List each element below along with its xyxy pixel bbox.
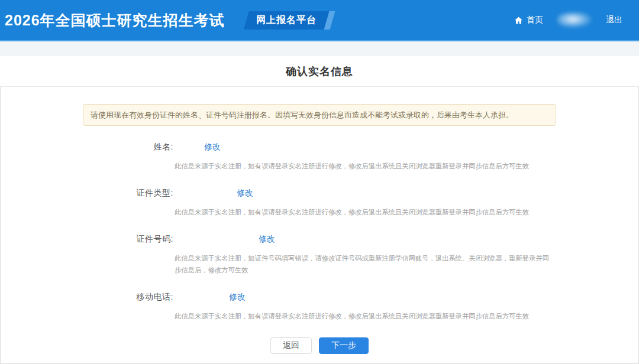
name-label: 姓名:	[83, 142, 175, 152]
name-help-text: 此信息来源于实名注册，如有误请登录实名注册进行修改，修改后退出系统且关闭浏览器重…	[175, 160, 550, 172]
name-modify-link[interactable]: 修改	[204, 142, 221, 152]
app-header: 2026年全国硕士研究生招生考试 网上报名平台 首页 退出	[0, 0, 639, 41]
nav-home-label: 首页	[527, 15, 543, 25]
id-type-modify-link[interactable]: 修改	[237, 188, 253, 199]
nav-logout-link[interactable]: 退出	[606, 15, 622, 25]
mobile-phone-help-text: 此信息来源于实名注册，如有误请登录实名注册进行修改，修改后退出系统且关闭浏览器重…	[175, 310, 550, 322]
mobile-phone-value-hidden	[175, 292, 229, 302]
platform-badge-label: 网上报名平台	[256, 14, 317, 27]
form-row-name: 姓名: 修改 此信息来源于实名注册，如有误请登录实名注册进行修改，修改后退出系统…	[83, 141, 556, 172]
form-actions: 返回 下一步	[83, 337, 556, 354]
id-type-help-text: 此信息来源于实名注册，如有误请登录实名注册进行修改，修改后退出系统且关闭浏览器重…	[175, 206, 550, 218]
back-button[interactable]: 返回	[270, 337, 312, 354]
id-type-value-hidden	[175, 188, 237, 198]
header-nav: 首页 退出	[514, 12, 622, 28]
id-number-value-hidden	[175, 235, 259, 244]
page-title: 确认实名信息	[286, 64, 353, 79]
username-blurred[interactable]	[557, 12, 592, 28]
platform-badge: 网上报名平台	[243, 11, 335, 30]
realname-form: 姓名: 修改 此信息来源于实名注册，如有误请登录实名注册进行修改，修改后退出系统…	[83, 141, 556, 322]
name-value-hidden	[175, 142, 204, 152]
id-number-modify-link[interactable]: 修改	[259, 234, 275, 245]
next-button[interactable]: 下一步	[319, 337, 369, 354]
notice-text: 请使用现在有效身份证件的姓名、证件号码注册报名。因填写无效身份信息而造成不能考试…	[91, 110, 514, 119]
form-row-id-type: 证件类型: 修改 此信息来源于实名注册，如有误请登录实名注册进行修改，修改后退出…	[83, 187, 556, 218]
main-content: 请使用现在有效身份证件的姓名、证件号码注册报名。因填写无效身份信息而造成不能考试…	[83, 104, 556, 354]
form-row-mobile-phone: 移动电话: 修改 此信息来源于实名注册，如有误请登录实名注册进行修改，修改后退出…	[83, 291, 556, 322]
exam-title: 2026年全国硕士研究生招生考试	[5, 11, 225, 30]
nav-home-link[interactable]: 首页	[514, 15, 543, 25]
header-sub-band	[0, 41, 639, 56]
form-row-id-number: 证件号码: 修改 此信息来源于实名注册，如证件号码填写错误，请修改证件号码或重新…	[83, 233, 556, 276]
nav-logout-label: 退出	[606, 15, 622, 25]
notice-banner: 请使用现在有效身份证件的姓名、证件号码注册报名。因填写无效身份信息而造成不能考试…	[83, 104, 556, 126]
page-title-band: 确认实名信息	[0, 56, 639, 87]
mobile-phone-label: 移动电话:	[83, 292, 175, 303]
id-number-label: 证件号码:	[83, 234, 175, 245]
id-type-label: 证件类型:	[83, 188, 175, 199]
id-number-help-text: 此信息来源于实名注册，如证件号码填写错误，请修改证件号码或重新注册学信网账号，退…	[175, 252, 550, 276]
mobile-phone-modify-link[interactable]: 修改	[229, 292, 246, 303]
home-icon	[514, 16, 523, 25]
